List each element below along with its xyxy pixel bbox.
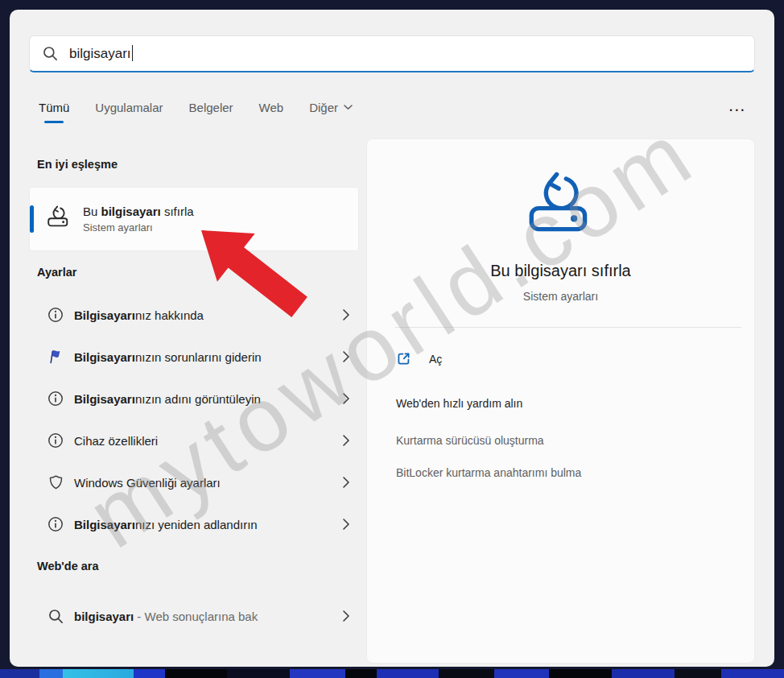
link-quick-help[interactable]: Web'den hızlı yardım alın xyxy=(396,397,522,410)
web-search-header: Web'de ara xyxy=(37,560,99,573)
list-item-web-result[interactable]: bilgisayarı - Web sonuçlarına bak xyxy=(29,595,359,637)
open-action-label: Aç xyxy=(429,353,442,366)
list-item-about-pc[interactable]: Bilgisayarınız hakkında xyxy=(29,294,359,336)
tab-tumu[interactable]: Tümü xyxy=(39,101,69,123)
link-bitlocker-key[interactable]: BitLocker kurtarma anahtarımı bulma xyxy=(396,466,581,479)
open-action[interactable]: Aç xyxy=(396,351,442,366)
flag-icon xyxy=(46,349,65,365)
search-icon xyxy=(43,46,58,61)
taskbar-sliver xyxy=(0,669,784,678)
reset-pc-icon xyxy=(47,205,71,233)
info-icon xyxy=(46,516,65,532)
shield-icon xyxy=(46,474,65,490)
list-item-device-specs[interactable]: Cihaz özellikleri xyxy=(29,420,359,461)
more-options-button[interactable]: ••• xyxy=(730,107,747,114)
chevron-right-icon xyxy=(343,610,349,622)
search-icon xyxy=(46,609,65,624)
preview-pane: Bu bilgisayarı sıfırla Sistem ayarları A… xyxy=(366,138,755,664)
open-external-icon xyxy=(396,351,411,366)
best-match-subtitle: Sistem ayarları xyxy=(83,221,194,234)
chevron-right-icon xyxy=(343,435,349,446)
reset-pc-icon-large xyxy=(526,171,596,243)
best-match-text: Bu bilgisayarı sıfırla Sistem ayarları xyxy=(83,205,194,234)
search-filter-tabs: Tümü Uygulamalar Belgeler Web Diğer xyxy=(39,101,353,123)
chevron-right-icon xyxy=(343,393,349,404)
chevron-right-icon xyxy=(343,351,349,362)
tab-diger[interactable]: Diğer xyxy=(309,101,353,123)
chevron-right-icon xyxy=(343,309,349,320)
preview-title: Bu bilgisayarı sıfırla xyxy=(367,262,754,280)
list-item-rename-pc[interactable]: Bilgisayarınızı yeniden adlandırın xyxy=(29,503,359,545)
preview-subtitle: Sistem ayarları xyxy=(367,290,754,303)
search-query-text: bilgisayarı xyxy=(69,45,133,62)
chevron-down-icon xyxy=(344,105,353,110)
best-match-result[interactable]: Bu bilgisayarı sıfırla Sistem ayarları xyxy=(29,187,359,251)
settings-header: Ayarlar xyxy=(37,266,76,279)
web-search-list: bilgisayarı - Web sonuçlarına bak xyxy=(29,595,359,637)
chevron-right-icon xyxy=(343,519,349,530)
tab-uygulamalar[interactable]: Uygulamalar xyxy=(95,101,163,123)
best-match-header: En iyi eşleşme xyxy=(37,158,118,171)
search-input[interactable]: bilgisayarı xyxy=(29,35,755,72)
text-caret xyxy=(132,45,134,61)
selection-indicator xyxy=(30,205,34,233)
link-recovery-drive[interactable]: Kurtarma sürücüsü oluşturma xyxy=(396,434,544,447)
tab-web[interactable]: Web xyxy=(259,101,284,123)
list-item-troubleshoot[interactable]: Bilgisayarınızın sorunlarını giderin xyxy=(29,336,359,378)
search-flyout-panel: bilgisayarı Tümü Uygulamalar Belgeler We… xyxy=(10,10,774,667)
info-icon xyxy=(46,307,65,323)
best-match-title: Bu bilgisayarı sıfırla xyxy=(83,205,194,218)
list-item-windows-security[interactable]: Windows Güvenliği ayarları xyxy=(29,461,359,503)
list-item-view-pc-name[interactable]: Bilgisayarınızın adını görüntüleyin xyxy=(29,378,359,420)
info-icon xyxy=(46,391,65,407)
info-icon xyxy=(46,432,65,449)
tab-belgeler[interactable]: Belgeler xyxy=(189,101,233,123)
search-query: bilgisayarı xyxy=(69,46,131,61)
settings-results-list: Bilgisayarınız hakkında Bilgisayarınızın… xyxy=(29,294,359,545)
divider xyxy=(395,327,741,328)
chevron-right-icon xyxy=(343,477,349,488)
